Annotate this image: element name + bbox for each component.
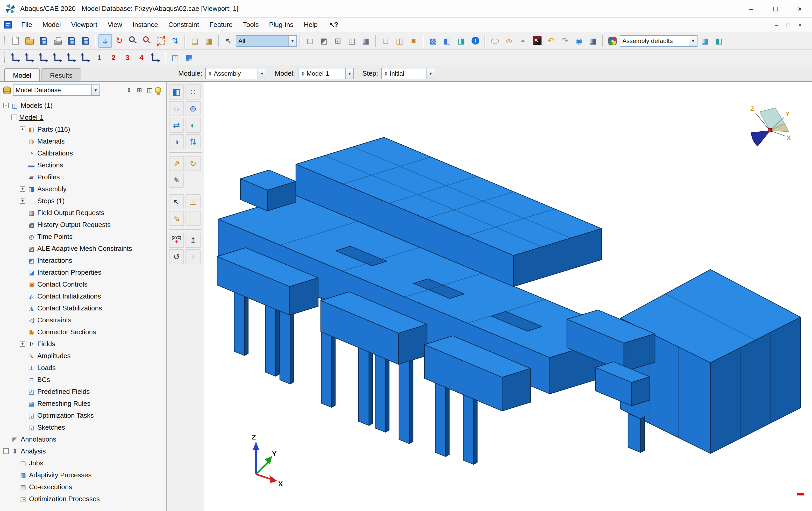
tool-translate-instance-button[interactable]: ⇗ xyxy=(169,156,184,171)
collapse-toggle-icon[interactable]: − xyxy=(3,103,9,108)
tree-item-predefined-fields[interactable]: ◰Predefined Fields xyxy=(0,386,166,398)
tool-axis-tool-button[interactable]: ↥ xyxy=(185,233,201,248)
close-button[interactable]: × xyxy=(788,0,812,17)
view-6-button[interactable] xyxy=(79,51,92,64)
tree-item-models-1-[interactable]: −◫Models (1) xyxy=(0,100,166,111)
tree-item-time-points[interactable]: ◴Time Points xyxy=(0,231,166,243)
field-report-button[interactable]: ▦ xyxy=(586,34,600,48)
tree-item-assembly[interactable]: +◨Assembly xyxy=(0,183,166,195)
view-cut-a-button[interactable]: ◯ xyxy=(488,34,502,48)
cycle-views-button[interactable]: ⇅ xyxy=(168,34,182,48)
print-button[interactable] xyxy=(51,34,64,48)
tree-spinner-button[interactable]: ⇕ xyxy=(124,85,134,95)
tree-item-amplitudes[interactable]: ∿Amplitudes xyxy=(0,350,166,362)
menu-feature[interactable]: Feature xyxy=(204,19,238,30)
menu-instance[interactable]: Instance xyxy=(127,19,163,30)
filter-cells-button[interactable]: ◫ xyxy=(345,34,358,48)
query-info-button[interactable]: ▤ xyxy=(188,34,202,48)
step-select[interactable]: Initial xyxy=(381,68,435,79)
view-preset-2-button[interactable]: 2 xyxy=(107,51,120,64)
render-hidden-button[interactable]: ◫ xyxy=(393,34,406,48)
menu-help[interactable]: Help xyxy=(298,19,323,30)
spinner-icon[interactable] xyxy=(384,70,388,77)
pan-view-button[interactable] xyxy=(98,34,112,48)
view-4-button[interactable] xyxy=(51,51,64,64)
minimize-button[interactable]: – xyxy=(739,0,763,17)
tool-edit-feature-button[interactable]: ✎ xyxy=(169,173,184,188)
tree-item-optimization-tasks[interactable]: ◲Optimization Tasks xyxy=(0,409,166,421)
display-group-a-button[interactable]: ▩ xyxy=(427,34,440,48)
view-preset-1-button[interactable]: 1 xyxy=(93,51,106,64)
view-5-button[interactable] xyxy=(65,51,78,64)
dropdown-arrow-icon[interactable] xyxy=(288,35,296,46)
module-select[interactable]: Assembly xyxy=(205,68,267,79)
expand-toggle-icon[interactable]: + xyxy=(20,126,25,132)
tool-radial-pattern-button[interactable]: ◌ xyxy=(169,101,184,116)
highlight-select-button[interactable] xyxy=(530,34,544,48)
tree-item-adaptivity-processes[interactable]: ▥Adaptivity Processes xyxy=(0,469,166,481)
tab-results[interactable]: Results xyxy=(41,68,81,81)
probe-values-button[interactable]: ◉ xyxy=(572,34,585,48)
menu-viewport[interactable]: Viewport xyxy=(66,19,103,30)
spinner-icon[interactable] xyxy=(208,70,212,77)
tool-datum-point-button[interactable]: ⊕ xyxy=(185,101,201,116)
tree-item-annotations[interactable]: ◤Annotations xyxy=(0,433,166,445)
viewport-tile-button[interactable]: ◰ xyxy=(168,51,182,64)
select-pointer-button[interactable]: ↖ xyxy=(222,34,235,48)
display-group-c-button[interactable]: ◨ xyxy=(455,34,468,48)
tool-linear-pattern-button[interactable]: ∷ xyxy=(185,84,201,100)
tree-item-history-output-requests[interactable]: ▩History Output Requests xyxy=(0,219,166,231)
tool-rotate-axis-tool-button[interactable]: ↺ xyxy=(169,249,184,264)
mdi-close-button[interactable]: × xyxy=(798,22,802,28)
view-2-button[interactable] xyxy=(23,51,36,64)
assembly-3d-model[interactable] xyxy=(217,137,801,464)
zoom-box-button[interactable] xyxy=(140,34,154,48)
tree-item-connector-sections[interactable]: ◉Connector Sections xyxy=(0,326,166,338)
viewport-canvas[interactable]: Z Y X Z Y X xyxy=(204,82,812,511)
color-code-button[interactable] xyxy=(606,34,619,48)
tree-clipboard-button[interactable]: ◫ xyxy=(145,85,155,95)
tree-item-loads[interactable]: ⊥Loads xyxy=(0,362,166,374)
open-database-button[interactable] xyxy=(23,34,36,48)
tab-model[interactable]: Model xyxy=(4,68,40,81)
filter-nodes-button[interactable]: ◻ xyxy=(303,34,317,48)
tree-item-sections[interactable]: ▬Sections xyxy=(0,159,166,171)
dropdown-arrow-icon[interactable] xyxy=(426,68,435,79)
tree-item-field-output-requests[interactable]: ▦Field Output Requests xyxy=(0,207,166,219)
menu-constraint[interactable]: Constraint xyxy=(163,19,204,30)
filter-edges-button[interactable]: ◩ xyxy=(317,34,330,48)
tree-item-materials[interactable]: ◍Materials xyxy=(0,135,166,147)
display-group-b-button[interactable]: ◧ xyxy=(440,34,454,48)
dropdown-arrow-icon[interactable] xyxy=(258,68,266,79)
tree-item-parts-116-[interactable]: +◧Parts (116) xyxy=(0,123,166,135)
rotate-view-button[interactable]: ↻ xyxy=(112,34,126,48)
tool-datum-csys-button[interactable]: ⊥ xyxy=(185,194,201,209)
tool-replace-instance-button[interactable]: ⇄ xyxy=(169,118,184,133)
tree-item-interaction-properties[interactable]: ◪Interaction Properties xyxy=(0,266,166,278)
undo-button[interactable]: ↶ xyxy=(544,34,557,48)
magnify-button[interactable] xyxy=(126,34,140,48)
export-down-button[interactable]: ↓ xyxy=(79,34,92,48)
tree-item-bcs[interactable]: ⊓BCs xyxy=(0,374,166,386)
tool-position-constraint-button[interactable]: ∟ xyxy=(185,211,201,226)
tree-item-contact-controls[interactable]: ▣Contact Controls xyxy=(0,278,166,290)
tree-item-steps-1-[interactable]: +≡Steps (1) xyxy=(0,195,166,207)
query-probe-button[interactable]: ▦ xyxy=(202,34,215,48)
tool-translate-to-button[interactable]: ⇘ xyxy=(169,211,184,226)
collapse-toggle-icon[interactable]: − xyxy=(3,448,9,454)
context-help-icon[interactable] xyxy=(329,21,338,29)
expand-toggle-icon[interactable]: + xyxy=(20,186,25,192)
maximize-button[interactable]: □ xyxy=(763,0,788,17)
expand-toggle-icon[interactable]: + xyxy=(20,198,25,204)
tool-rotate-instance-button[interactable]: ↻ xyxy=(185,156,201,171)
info-button[interactable] xyxy=(468,34,482,48)
dropdown-arrow-icon[interactable] xyxy=(689,35,697,46)
view-preset-3-button[interactable]: 3 xyxy=(121,51,134,64)
tree-item-contact-stabilizations[interactable]: ◮Contact Stabilizations xyxy=(0,302,166,314)
menu-plug-ins[interactable]: Plug-ins xyxy=(264,19,299,30)
tree-item-jobs[interactable]: ▢Jobs xyxy=(0,457,166,469)
tree-item-analysis[interactable]: −⇕Analysis xyxy=(0,445,166,457)
tool-csys-tool-button[interactable]: + xyxy=(185,249,201,264)
menu-file[interactable]: File xyxy=(16,19,37,30)
save-database-button[interactable] xyxy=(37,34,50,48)
